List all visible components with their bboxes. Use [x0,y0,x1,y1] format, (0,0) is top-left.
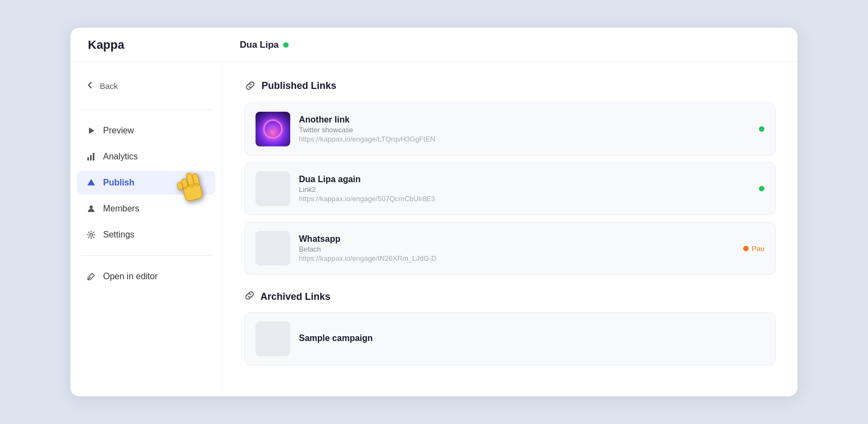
archived-thumbnail-sample [256,322,290,356]
archived-info-sample: Sample campaign [299,333,764,344]
link-name-dua-lipa-again: Dua Lipa again [299,175,764,184]
link-info-another-link: Another link Twitter showcase https://ka… [299,115,764,143]
back-button[interactable]: Back [71,75,222,97]
workspace-name-header: Dua Lipa [240,40,289,50]
svg-rect-1 [87,157,89,160]
link-card-another-link[interactable]: Another link Twitter showcase https://ka… [244,102,776,156]
link-subtitle-another-link: Twitter showcase [299,126,764,134]
link-url-dua-lipa-again: https://kappax.io/engage/507QcmCbUlr8E3 [299,195,764,203]
workspace-name-text: Dua Lipa [240,40,279,50]
svg-point-6 [90,234,93,236]
published-links-title: Published Links [261,80,336,92]
thumbnail-ring [263,119,283,139]
link-status-dua-lipa-again [759,186,764,191]
sidebar-divider-bottom [81,255,211,256]
publish-label: Publish [103,178,135,188]
link-name-another-link: Another link [299,115,764,125]
archived-links-section-title: Archived Links [244,290,776,304]
workspace-status-dot [283,42,289,48]
play-icon [86,125,97,136]
app-body: Back Preview [71,62,797,396]
link-subtitle-whatsapp: Befach [299,245,764,253]
link-card-whatsapp[interactable]: Whatsapp Befach https://kappax.io/engage… [244,222,776,275]
sidebar-item-members[interactable]: Members [71,197,222,221]
publish-icon [86,177,97,188]
settings-label: Settings [103,230,135,240]
svg-marker-0 [89,127,94,134]
editor-label: Open in editor [103,272,158,281]
link-url-whatsapp: https://kappax.io/engage/IN26XRm_LJdG-D [299,254,764,262]
svg-marker-4 [87,179,95,185]
link-info-whatsapp: Whatsapp Befach https://kappax.io/engage… [299,234,764,262]
link-card-dua-lipa-again[interactable]: Dua Lipa again Link2 https://kappax.io/e… [244,162,776,215]
archived-name-sample: Sample campaign [299,333,764,343]
link-thumbnail-whatsapp [256,231,290,266]
link-status-label-whatsapp: Pau [752,245,764,253]
settings-icon [86,229,97,240]
preview-label: Preview [103,126,134,136]
sidebar-item-analytics[interactable]: Analytics [71,145,222,169]
sidebar-item-preview[interactable]: Preview [71,119,222,143]
link-status-whatsapp: Pau [743,245,764,253]
app-logo: Kappa [88,38,240,52]
chain-link-icon-archived [244,290,255,304]
status-dot-green-1 [759,126,764,132]
thumbnail-gradient [256,112,290,146]
sidebar-item-settings[interactable]: Settings [71,223,222,247]
chain-link-icon [244,80,256,92]
back-icon [86,81,94,91]
status-dot-orange-1 [743,246,749,251]
svg-point-5 [90,205,93,209]
sidebar: Back Preview [71,62,222,396]
archived-links-title: Archived Links [260,291,330,303]
link-url-another-link: https://kappax.io/engage/LTQrqvH3GgFtEN [299,135,764,143]
sidebar-divider-top [81,110,211,110]
back-label: Back [100,81,118,91]
members-label: Members [103,204,139,214]
link-subtitle-dua-lipa-again: Link2 [299,185,764,194]
editor-icon [86,271,97,282]
link-name-whatsapp: Whatsapp [299,234,764,244]
sidebar-item-publish[interactable]: Publish [77,171,215,195]
published-links-section-title: Published Links [244,80,776,92]
members-icon [86,203,97,214]
link-info-dua-lipa-again: Dua Lipa again Link2 https://kappax.io/e… [299,175,764,203]
svg-rect-3 [93,153,94,160]
sidebar-item-editor[interactable]: Open in editor [71,265,222,288]
app-header: Kappa Dua Lipa [71,28,797,62]
link-thumbnail-dua-lipa-again [256,171,290,206]
link-thumbnail-another-link [256,112,290,146]
link-status-another-link [759,126,764,132]
main-content: Published Links Another link Twitter sho… [222,62,797,396]
app-container: Kappa Dua Lipa Back [71,28,797,396]
status-dot-green-2 [759,186,764,191]
analytics-label: Analytics [103,152,138,162]
svg-rect-2 [90,155,92,160]
archived-card-sample-campaign[interactable]: Sample campaign [244,312,776,365]
analytics-icon [86,151,97,162]
